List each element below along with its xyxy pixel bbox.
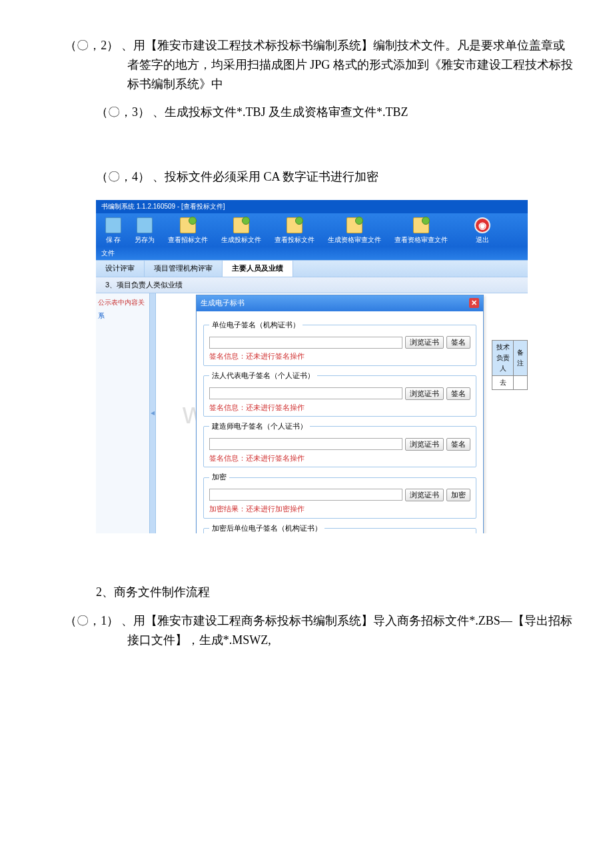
paragraph-o3: （〇，3）、生成投标文件*.TBJ 及生成资格审查文件*.TBZ [96,103,573,122]
cell-tech-leader: 技术负责人 [492,341,514,376]
window-title-bar: 书编制系统 1.1.2.160509 - [查看投标文件] [96,200,528,213]
marker-o4: （〇，4） [96,167,150,187]
dialog-title-bar: 生成电子标书 ✕ [197,295,483,311]
legend-encrypt: 加密 [209,471,229,483]
save-button[interactable]: 保 存 [99,217,128,245]
group-post-encrypt-sign: 加密后单位电子签名（机构证书） 浏览证书 签名 签名信息：还未进行加密操作 [203,523,476,534]
sign-button-2[interactable]: 签名 [446,387,470,400]
exit-button[interactable]: ◉ 退出 [468,217,497,245]
view-zige-label: 查看资格审查文件 [394,235,448,245]
heading-business-flow: 2、商务文件制作流程 [96,583,573,602]
browse-cert-button-2[interactable]: 浏览证书 [405,387,444,400]
legend-builder-sign: 建造师电子签名（个人证书） [209,421,310,433]
sidebar-item-xi[interactable]: 系 [98,309,147,323]
generate-icon [233,217,249,233]
group-unit-sign: 单位电子签名（机构证书） 浏览证书 签名 签名信息：还未进行签名操作 [203,319,476,366]
side-panel: 公示表中内容关 系 [96,293,149,533]
cell-empty [514,376,528,390]
main-toolbar: 保 存 另存为 查看招标文件 生成投标文件 查看投标文件 生成资格审查文件 查看… [96,213,528,247]
browse-cert-button-4[interactable]: 浏览证书 [405,489,444,501]
group-encrypt: 加密 浏览证书 加密 加密结果：还未进行加密操作 [203,471,476,518]
view-toubiao-label: 查看投标文件 [275,235,314,245]
gen-toubiao-button[interactable]: 生成投标文件 [215,217,268,245]
browse-cert-button[interactable]: 浏览证书 [405,336,444,349]
view-zige-button[interactable]: 查看资格审查文件 [388,217,454,245]
window-title: 书编制系统 1.1.2.160509 - [查看投标文件] [101,203,225,210]
encrypt-cert-input[interactable] [209,489,402,501]
gen-toubiao-label: 生成投标文件 [221,235,261,245]
generate-ebid-dialog: 生成电子标书 ✕ 单位电子签名（机构证书） 浏览证书 签名 签名信息：还未进行签… [196,295,484,533]
legend-legal-sign: 法人代表电子签名（个人证书） [209,370,317,382]
save-as-label: 另存为 [135,235,155,245]
sign-button[interactable]: 签名 [446,336,470,349]
unit-cert-input[interactable] [209,337,402,349]
view-qualify-icon [413,217,429,233]
encrypt-info: 加密结果：还未进行加密操作 [209,503,470,515]
generate-qualify-icon [346,217,362,233]
save-as-icon [137,217,153,233]
sidebar-item-publicity[interactable]: 公示表中内容关 [98,296,147,309]
marker-o2: （〇，2） [96,36,119,55]
sign-button-3[interactable]: 签名 [446,438,470,451]
sidebar-collapse-handle[interactable]: ◀ [149,293,156,533]
text-o4: 、投标文件必须采用 CA 数字证书进行加密 [153,170,378,183]
paragraph-o2: （〇，2）、用【雅安市建设工程技术标投标书编制系统】编制技术文件。凡是要求单位盖… [96,36,573,93]
tab-org-review[interactable]: 项目管理机构评审 [145,261,223,277]
legal-sign-info: 签名信息：还未进行签名操作 [209,402,470,414]
tab-main-personnel[interactable]: 主要人员及业绩 [223,261,293,277]
content-area: 公示表中内容关 系 ◀ www.bdocx.com 技术负责人 备注 去 [96,293,528,533]
group-legal-sign: 法人代表电子签名（个人证书） 浏览证书 签名 签名信息：还未进行签名操作 [203,370,476,417]
paragraph-o4: （〇，4）、投标文件必须采用 CA 数字证书进行加密 [96,167,573,187]
builder-cert-input[interactable] [209,438,402,450]
text-o1b: 、用【雅安市建设工程商务标投标书编制系统】导入商务招标文件*.ZBS—【导出招标… [121,614,572,647]
unit-sign-info: 签名信息：还未进行签名操作 [209,351,470,363]
save-as-button[interactable]: 另存为 [128,217,161,245]
view-icon [287,217,303,233]
tab-bar: 设计评审 项目管理机构评审 主要人员及业绩 [96,260,528,277]
view-zhaobiao-label: 查看招标文件 [168,235,208,245]
group-builder-sign: 建造师电子签名（个人证书） 浏览证书 签名 签名信息：还未进行签名操作 [203,421,476,467]
builder-sign-info: 签名信息：还未进行签名操作 [209,453,470,465]
encrypt-button[interactable]: 加密 [446,489,470,501]
cell-qu: 去 [492,376,514,390]
right-table-fragment: 技术负责人 备注 去 [492,340,528,390]
paragraph-o1-business: （〇，1）、用【雅安市建设工程商务标投标书编制系统】导入商务招标文件*.ZBS—… [96,611,573,650]
exit-label: 退出 [476,235,489,245]
gen-zige-label: 生成资格审查文件 [328,235,381,245]
legal-cert-input[interactable] [209,387,402,399]
text-o2: 、用【雅安市建设工程技术标投标书编制系统】编制技术文件。凡是要求单位盖章或者签字… [121,39,573,91]
gen-zige-button[interactable]: 生成资格审查文件 [321,217,388,245]
dialog-title: 生成电子标书 [201,297,245,309]
tab-design-review[interactable]: 设计评审 [96,261,145,277]
view-zhaobiao-button[interactable]: 查看招标文件 [161,217,215,245]
legend-unit-sign: 单位电子签名（机构证书） [209,319,303,331]
subtab-leader-performance[interactable]: 3、项目负责人类似业绩 [96,277,528,294]
marker-o1b: （〇，1） [96,611,119,631]
dialog-body: 单位电子签名（机构证书） 浏览证书 签名 签名信息：还未进行签名操作 法人代表电… [197,311,483,533]
cell-remark: 备注 [514,341,528,376]
file-menu-label[interactable]: 文件 [96,247,528,260]
folder-icon [180,217,196,233]
close-icon[interactable]: ✕ [469,298,479,308]
embedded-screenshot: 书编制系统 1.1.2.160509 - [查看投标文件] 保 存 另存为 查看… [96,200,528,533]
browse-cert-button-3[interactable]: 浏览证书 [405,438,444,451]
save-label: 保 存 [106,235,121,245]
legend-post-encrypt-sign: 加密后单位电子签名（机构证书） [209,523,324,534]
save-icon [105,217,121,233]
view-toubiao-button[interactable]: 查看投标文件 [268,217,321,245]
exit-icon: ◉ [474,217,490,233]
main-panel: www.bdocx.com 技术负责人 备注 去 生成电子标书 [156,293,528,533]
text-o3: 、生成投标文件*.TBJ 及生成资格审查文件*.TBZ [153,105,408,119]
marker-o3: （〇，3） [96,103,150,122]
